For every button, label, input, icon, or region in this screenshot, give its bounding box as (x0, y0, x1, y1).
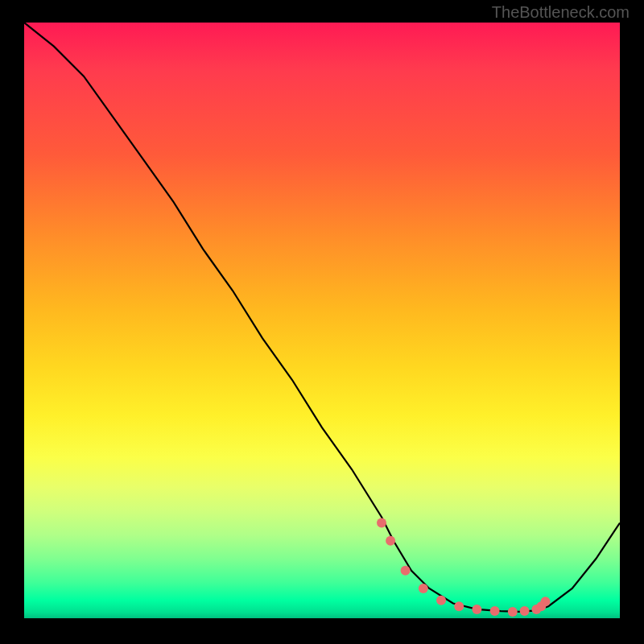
chart-svg (24, 23, 620, 618)
curve-line (24, 23, 620, 612)
marker-point (436, 596, 446, 605)
marker-point (454, 601, 464, 611)
watermark-text: TheBottleneck.com (492, 3, 630, 22)
marker-point (472, 605, 481, 614)
marker-point (401, 566, 411, 576)
marker-point (377, 518, 386, 528)
marker-point (508, 607, 518, 617)
chart-container: TheBottleneck.com (0, 0, 644, 644)
marker-point (520, 606, 530, 616)
marker-point (419, 584, 428, 593)
marker-group (377, 518, 551, 617)
marker-point (490, 606, 500, 616)
marker-point (541, 597, 551, 606)
marker-point (386, 536, 395, 546)
